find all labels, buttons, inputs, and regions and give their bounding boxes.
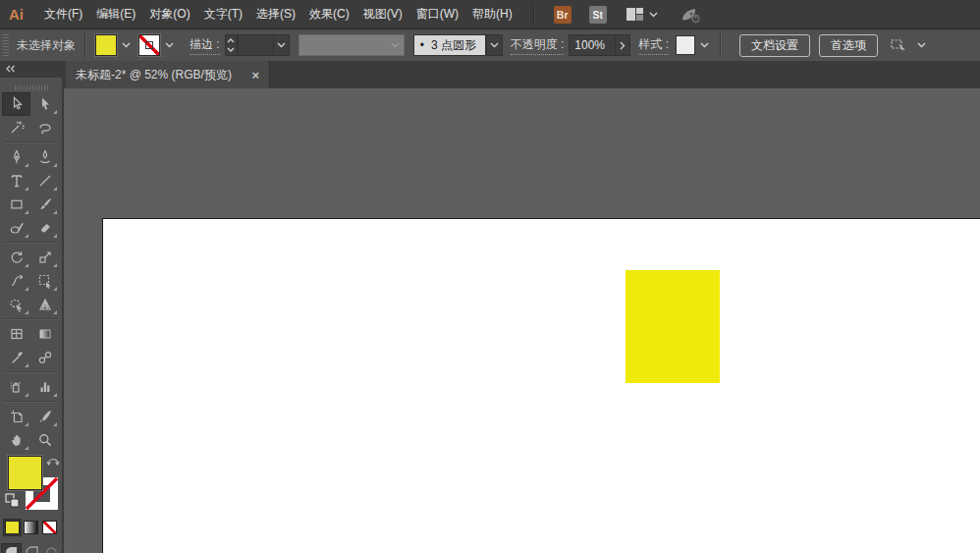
- stroke-weight-input[interactable]: [238, 34, 273, 56]
- tool-rotate[interactable]: [2, 246, 30, 269]
- swap-fill-stroke-icon[interactable]: [46, 454, 60, 466]
- tool-zoom[interactable]: [30, 428, 59, 452]
- tool-eyedropper[interactable]: [2, 346, 30, 369]
- tools-divider: [4, 141, 58, 143]
- none-button[interactable]: [40, 519, 59, 536]
- menubar: Ai 文件(F) 编辑(E) 对象(O) 文字(T) 选择(S) 效果(C) 视…: [0, 0, 980, 29]
- menu-help[interactable]: 帮助(H): [465, 0, 519, 28]
- brush-dropdown-icon[interactable]: [486, 34, 503, 56]
- tool-scale[interactable]: [30, 246, 59, 269]
- chevron-down-icon[interactable]: [917, 42, 926, 48]
- divider: [720, 32, 722, 58]
- menu-file[interactable]: 文件(F): [37, 0, 89, 28]
- stock-button[interactable]: St: [589, 6, 607, 24]
- tool-rectangle[interactable]: [2, 193, 30, 216]
- control-bar: 未选择对象 描边 : • 3 点圆形 不透明度 : 100% 样式 :: [0, 29, 980, 62]
- opacity-slider-icon[interactable]: [616, 34, 630, 56]
- collapse-panels-icon[interactable]: [5, 65, 16, 73]
- stroke-color-control[interactable]: [138, 34, 176, 56]
- brush-definition-field[interactable]: • 3 点圆形: [413, 34, 486, 56]
- preferences-button[interactable]: 首选项: [819, 34, 878, 57]
- gpu-performance-icon[interactable]: [680, 6, 703, 24]
- draw-behind-button[interactable]: [22, 543, 42, 553]
- menu-view[interactable]: 视图(V): [356, 0, 409, 28]
- tool-eraser[interactable]: [30, 216, 59, 240]
- style-label[interactable]: 样式 :: [638, 36, 669, 55]
- color-button[interactable]: [3, 519, 22, 536]
- tool-width[interactable]: [2, 269, 30, 293]
- tool-line-segment[interactable]: [30, 169, 59, 193]
- chevron-down-icon[interactable]: [649, 12, 658, 18]
- canvas-rect[interactable]: [626, 270, 720, 383]
- tool-perspective-grid[interactable]: [30, 293, 59, 316]
- brush-name: 3 点圆形: [431, 37, 476, 54]
- tool-mesh[interactable]: [2, 322, 30, 346]
- brush-preview-dot: •: [420, 38, 424, 52]
- tool-lasso[interactable]: [30, 116, 59, 139]
- fill-color-swatch[interactable]: [95, 34, 117, 56]
- draw-normal-button[interactable]: [1, 543, 22, 553]
- tool-curvature[interactable]: [30, 145, 59, 169]
- draw-inside-button[interactable]: [41, 543, 62, 553]
- app-logo: Ai: [9, 6, 24, 23]
- tools-panel: [0, 78, 64, 553]
- tools-panel-grip[interactable]: [15, 85, 48, 90]
- document-setup-button[interactable]: 文档设置: [739, 34, 810, 57]
- tab-close-icon[interactable]: ×: [251, 69, 259, 82]
- opacity-input[interactable]: 100%: [569, 34, 616, 56]
- bridge-button[interactable]: Br: [554, 6, 572, 24]
- tool-symbol-sprayer[interactable]: [2, 375, 30, 399]
- menu-object[interactable]: 对象(O): [142, 0, 196, 28]
- canvas-area[interactable]: [64, 88, 980, 553]
- tool-direct-selection[interactable]: [30, 92, 59, 116]
- menubar-separator: [533, 5, 535, 25]
- tool-artboard[interactable]: [2, 405, 30, 428]
- drawing-mode-buttons: [1, 543, 62, 553]
- document-title: 未标题-2* @ 52% (RGB/预览): [76, 67, 232, 83]
- stroke-weight-stepper[interactable]: [225, 34, 238, 56]
- fill-color-control[interactable]: [95, 34, 133, 56]
- tools-divider: [4, 371, 58, 373]
- tool-paintbrush[interactable]: [30, 193, 59, 216]
- control-bar-grip[interactable]: [3, 34, 9, 56]
- selection-options-icon[interactable]: [890, 37, 911, 53]
- tool-hand[interactable]: [2, 428, 30, 452]
- width-profile-dropdown: [299, 34, 405, 56]
- fill-proxy[interactable]: [8, 456, 42, 490]
- default-fill-stroke-icon[interactable]: [5, 493, 20, 508]
- menu-window[interactable]: 窗口(W): [409, 0, 465, 28]
- document-tab[interactable]: 未标题-2* @ 52% (RGB/预览) ×: [66, 61, 270, 88]
- menu-edit[interactable]: 编辑(E): [89, 0, 142, 28]
- tool-shape-builder[interactable]: [2, 293, 30, 316]
- tool-gradient[interactable]: [30, 322, 59, 346]
- tools-divider: [4, 401, 58, 403]
- tool-shaper[interactable]: [2, 216, 30, 240]
- workspace-layout-icon[interactable]: [626, 8, 643, 21]
- artboard: [102, 218, 980, 553]
- tool-blend[interactable]: [30, 346, 59, 369]
- tool-type[interactable]: [2, 169, 30, 193]
- tool-free-transform[interactable]: [30, 269, 59, 293]
- gradient-button[interactable]: [22, 519, 40, 536]
- opacity-label[interactable]: 不透明度 :: [511, 36, 565, 55]
- tools-divider: [4, 318, 58, 320]
- tool-magic-wand[interactable]: [2, 116, 30, 139]
- menu-effect[interactable]: 效果(C): [302, 0, 356, 28]
- tools-divider: [4, 242, 58, 244]
- menu-type[interactable]: 文字(T): [197, 0, 249, 28]
- menu-select[interactable]: 选择(S): [249, 0, 302, 28]
- stroke-chevron-icon[interactable]: [162, 35, 176, 55]
- tool-pen[interactable]: [2, 145, 30, 169]
- style-dropdown-icon[interactable]: [697, 35, 711, 55]
- tool-column-graph[interactable]: [30, 375, 59, 399]
- fill-chevron-icon[interactable]: [119, 35, 133, 55]
- stroke-weight-label[interactable]: 描边 :: [190, 36, 220, 55]
- stroke-weight-dropdown-icon[interactable]: [273, 34, 290, 56]
- divider: [84, 32, 86, 58]
- selection-status: 未选择对象: [17, 37, 76, 54]
- tool-selection[interactable]: [2, 92, 30, 116]
- stroke-none-swatch[interactable]: [138, 34, 160, 56]
- tool-slice[interactable]: [30, 405, 59, 428]
- style-swatch[interactable]: [676, 35, 695, 55]
- document-tab-bar: 未标题-2* @ 52% (RGB/预览) ×: [0, 61, 980, 89]
